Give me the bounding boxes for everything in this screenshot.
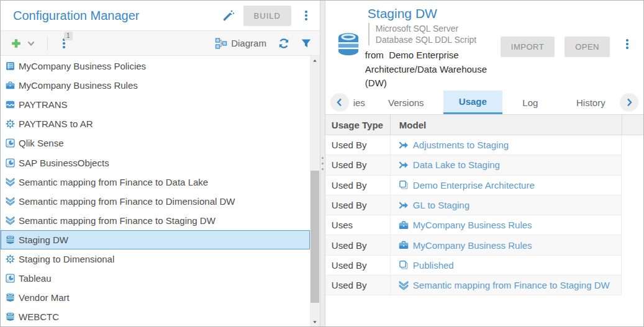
- usage-type-cell: Used By: [325, 256, 391, 275]
- subtitle-line-2: Database SQL DDL Script: [376, 34, 501, 45]
- scroll-down-button[interactable]: [310, 317, 320, 326]
- filter-icon: [300, 37, 312, 50]
- model-link[interactable]: GL to Staging: [413, 200, 469, 210]
- header-menu-button[interactable]: [299, 8, 314, 23]
- left-panel-header: Configuration Manager BUILD: [1, 1, 320, 30]
- scroll-up-button[interactable]: [310, 56, 320, 65]
- stacked-documents-icon: [398, 259, 409, 271]
- page-title: Configuration Manager: [13, 9, 221, 23]
- from-text: from Demo Enterprise Architecture/Data W…: [365, 48, 494, 91]
- filter-button[interactable]: [299, 36, 314, 51]
- build-button[interactable]: BUILD: [243, 6, 291, 26]
- import-button[interactable]: IMPORT: [501, 37, 555, 57]
- kebab-menu-icon: [621, 38, 633, 50]
- count-badge: 1: [64, 32, 73, 40]
- table-row: Used By Adjustments to Staging: [325, 135, 621, 155]
- briefcase-icon: [398, 240, 409, 251]
- database-icon: [5, 235, 16, 245]
- model-link[interactable]: Data Lake to Staging: [413, 159, 500, 170]
- table-row: Uses MyCompany Business Rules: [325, 215, 621, 235]
- chevron-right-icon: [623, 96, 635, 109]
- report-icon: [5, 138, 16, 148]
- table-row: Used By Demo Enterprise Architecture: [325, 176, 621, 195]
- vertical-scrollbar[interactable]: [310, 56, 320, 326]
- usage-type-cell: Used By: [325, 195, 391, 215]
- model-link[interactable]: MyCompany Business Rules: [413, 240, 532, 251]
- left-panel: Configuration Manager BUILD 1: [1, 1, 320, 326]
- add-dropdown-button[interactable]: [24, 36, 39, 51]
- usage-type-cell: Used By: [325, 275, 391, 295]
- double-chevron-down-icon: [5, 177, 16, 187]
- chevron-down-icon: [25, 37, 37, 50]
- open-button[interactable]: OPEN: [565, 37, 610, 57]
- tabs-scroll-left-button[interactable]: [330, 93, 349, 112]
- list-item[interactable]: SAP BusinessObjects: [1, 153, 310, 172]
- chevron-left-icon: [333, 96, 346, 109]
- double-chevron-down-icon: [5, 196, 16, 207]
- model-link[interactable]: Published: [413, 260, 454, 271]
- usage-table-body: Used By Adjustments to Staging Used By D…: [325, 135, 622, 295]
- usage-type-cell: Used By: [325, 155, 391, 174]
- diagram-label[interactable]: Diagram: [231, 38, 266, 48]
- usage-type-cell: Used By: [325, 235, 391, 254]
- list-item[interactable]: Staging DW: [1, 230, 310, 249]
- list-item[interactable]: Semantic mapping from Finance to Dimensi…: [1, 192, 310, 211]
- scrollbar-thumb[interactable]: [311, 171, 319, 303]
- toolbar-divider: [47, 37, 48, 50]
- mapping-arrow-icon: [398, 140, 409, 151]
- list-item[interactable]: MyCompany Business Policies: [1, 56, 310, 76]
- report-icon: [5, 273, 16, 284]
- model-link[interactable]: Adjustments to Staging: [413, 140, 509, 150]
- list-item[interactable]: Tableau: [1, 269, 310, 288]
- table-row: Used By Data Lake to Staging: [325, 155, 621, 175]
- database-icon: [5, 311, 16, 322]
- usage-type-cell: Used By: [325, 176, 391, 195]
- tab-history[interactable]: History: [558, 91, 624, 114]
- model-link[interactable]: MyCompany Business Rules: [413, 220, 532, 230]
- list-item[interactable]: PAYTRANS to AR: [1, 114, 310, 133]
- detail-title: Staging DW: [365, 6, 501, 21]
- config-list: MyCompany Business Policies MyCompany Bu…: [1, 56, 310, 326]
- magic-wand-icon: [222, 9, 235, 22]
- panel-splitter[interactable]: [320, 1, 325, 326]
- auto-build-button[interactable]: [221, 8, 236, 23]
- detail-menu-button[interactable]: [620, 37, 635, 52]
- stacked-documents-icon: [398, 179, 409, 190]
- tab-versions[interactable]: Versions: [369, 91, 443, 114]
- refresh-button[interactable]: [276, 36, 291, 51]
- list-item[interactable]: PAYTRANS: [1, 95, 310, 114]
- table-row: Used By Published: [325, 256, 621, 275]
- list-item[interactable]: MyCompany Business Rules: [1, 76, 310, 95]
- table-row: Used By MyCompany Business Rules: [325, 235, 621, 255]
- add-button[interactable]: [9, 36, 24, 51]
- briefcase-icon: [398, 220, 409, 231]
- detail-panel: Staging DW Microsoft SQL Server Database…: [325, 1, 643, 326]
- gear-process-icon: [5, 254, 16, 264]
- column-header-usage-type: Usage Type: [325, 115, 391, 135]
- model-link[interactable]: Semantic mapping from Finance to Staging…: [413, 280, 610, 290]
- database-icon: [334, 30, 363, 59]
- usage-table-header: Usage Type Model: [325, 115, 643, 135]
- detail-subtitle: Microsoft SQL Server Database SQL DDL Sc…: [368, 23, 501, 45]
- list-item[interactable]: WEBCTC: [1, 307, 310, 326]
- column-header-extra: [622, 115, 643, 135]
- list-item[interactable]: Staging to Dimensional: [1, 249, 310, 269]
- splitter-handle-icon: [320, 157, 325, 170]
- list-item[interactable]: Qlik Sense: [1, 133, 310, 153]
- refresh-icon: [278, 37, 290, 50]
- from-value: Demo Enterprise Architecture/Data Wareho…: [365, 50, 487, 88]
- model-link[interactable]: Demo Enterprise Architecture: [413, 180, 535, 190]
- tab-log[interactable]: Log: [502, 91, 558, 114]
- triangle-down-icon: [311, 318, 319, 326]
- scrollbar-track[interactable]: [310, 65, 320, 317]
- list-item[interactable]: Vendor Mart: [1, 288, 310, 307]
- left-panel-toolbar: 1 Diagram: [1, 30, 320, 56]
- table-row: Used By Semantic mapping from Finance to…: [325, 275, 621, 295]
- list-item[interactable]: Semantic mapping from Finance to Staging…: [1, 211, 310, 230]
- mapping-arrow-icon: [398, 159, 409, 171]
- double-chevron-down-icon: [5, 215, 16, 226]
- briefcase-icon: [5, 80, 16, 91]
- tab-usage[interactable]: Usage: [443, 91, 502, 114]
- list-item[interactable]: Semantic mapping from Finance to Data La…: [1, 172, 310, 192]
- tabs-scroll-right-button[interactable]: [620, 93, 638, 112]
